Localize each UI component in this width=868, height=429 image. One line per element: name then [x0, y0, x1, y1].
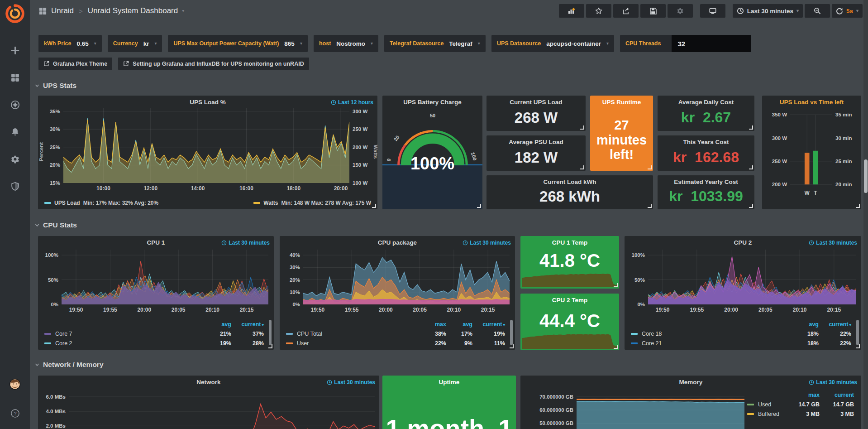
chart-plot-area[interactable] — [522, 271, 618, 287]
share-button[interactable] — [613, 4, 639, 18]
explore-compass-icon[interactable] — [5, 95, 25, 114]
refresh-picker[interactable]: 5s ▾ — [832, 4, 863, 18]
ups-bars-chart[interactable]: 350 W300 W250 W200 W35 min30 min25 min20… — [768, 110, 856, 198]
panel-time-override[interactable]: Last 30 minutes — [221, 240, 270, 246]
panel-title[interactable]: CPU 2 Temp — [534, 297, 606, 304]
grafana-logo-icon[interactable] — [5, 4, 25, 24]
star-button[interactable] — [586, 4, 611, 18]
legend-series[interactable]: Core 18 — [631, 331, 792, 337]
chevron-down-icon[interactable]: ▾ — [182, 9, 184, 13]
legend-item[interactable]: Watts Min: 148 W Max: 278 W Avg: 175 W — [253, 200, 371, 206]
breadcrumb-current[interactable]: Unraid System Dashboard — [88, 6, 178, 15]
panel-time-override[interactable]: Last 30 minutes — [327, 379, 375, 386]
variable-ups-datasource[interactable]: UPS Datasource apcupsd-container ▾ — [491, 35, 614, 52]
server-admin-shield-icon[interactable] — [5, 177, 25, 196]
legend-col-header[interactable]: current▾ — [472, 321, 505, 328]
ups-load-chart[interactable]: 35%30%25%20%15%300 W250 W200 W150 W100 W… — [43, 108, 372, 192]
chart-plot-area[interactable]: 70.000000 GB60.000000 GB50.000000 GB — [577, 389, 744, 429]
panel-uptime: Uptime 1 month, 1 — [382, 376, 516, 429]
variable-kwh-price[interactable]: kWh Price 0.65 ▾ — [38, 35, 102, 52]
panel-title[interactable]: UPS Runtime — [593, 99, 650, 106]
help-icon[interactable]: ? — [5, 404, 25, 423]
legend-col-header[interactable]: current — [820, 392, 854, 398]
row-header-network-memory[interactable]: Network / Memory — [34, 359, 104, 371]
breadcrumb-root[interactable]: Unraid — [51, 6, 74, 15]
panel-title[interactable]: UPS Load vs Time left — [766, 99, 858, 106]
row-header-ups-stats[interactable]: UPS Stats — [34, 80, 76, 92]
panel-time-override[interactable]: Last 30 minutes — [809, 240, 857, 246]
legend-series[interactable]: Core 21 — [631, 340, 792, 347]
network-chart[interactable]: 6.0 MBs4.0 MBs2.0 MBs — [43, 389, 375, 429]
legend-item[interactable]: UPS Load Min: 17% Max: 32% Avg: 20% — [44, 200, 158, 206]
user-avatar[interactable] — [5, 375, 25, 394]
panel-title[interactable]: Estimated Yearly Cost — [661, 178, 751, 185]
panel-title[interactable]: UPS Load % — [52, 99, 364, 106]
chart-plot-area[interactable]: 350 W300 W250 W200 W35 min30 min25 min20… — [790, 110, 832, 188]
chart-plot-area[interactable]: 35%30%25%20%15%300 W250 W200 W150 W100 W… — [63, 108, 349, 183]
legend-series[interactable]: User — [286, 340, 420, 347]
page-scrollbar-thumb[interactable] — [864, 159, 868, 193]
variable-telegraf-datasource[interactable]: Telegraf Datasource Telegraf ▾ — [384, 35, 486, 52]
dashboards-icon[interactable] — [5, 68, 25, 87]
create-plus-icon[interactable] — [5, 41, 25, 60]
legend-scrollbar[interactable] — [856, 320, 859, 345]
cpu2-chart[interactable]: 100%50%0%19:5019:5520:0020:0520:1020:15 — [630, 250, 856, 314]
panel-title[interactable]: Average Daily Cost — [661, 99, 751, 106]
panel-title[interactable]: Memory — [534, 379, 848, 386]
legend-scrollbar[interactable] — [510, 320, 513, 345]
link-grafana-plex-theme[interactable]: Grafana Plex Theme — [38, 58, 112, 70]
cpu-threads-input[interactable] — [672, 35, 751, 52]
cpu-package-chart[interactable]: 40%30%20%10%0%19:5019:5520:0020:0520:102… — [285, 250, 510, 314]
chart-plot-area[interactable] — [522, 332, 618, 349]
axis-tick-label: 100% — [45, 252, 58, 258]
svg-text:?: ? — [14, 410, 16, 416]
panel-title[interactable]: Uptime — [396, 379, 502, 386]
legend-scrollbar[interactable] — [269, 320, 272, 345]
save-button[interactable] — [640, 4, 666, 18]
row-header-cpu-stats[interactable]: CPU Stats — [34, 219, 77, 231]
panel-title[interactable]: UPS Battery Charge — [396, 99, 469, 106]
panel-title[interactable]: Current UPS Load — [490, 99, 582, 106]
legend-series[interactable]: CPU Total — [286, 331, 420, 337]
variable-value: apcupsd-container — [546, 40, 601, 47]
alerting-bell-icon[interactable] — [5, 122, 25, 141]
legend-series[interactable]: Buffered — [747, 411, 785, 417]
legend-col-header[interactable]: max — [420, 321, 446, 328]
panel-time-override[interactable]: Last 30 minutes — [809, 379, 857, 386]
axis-tick-label: 20:10 — [793, 307, 807, 313]
chart-plot-area[interactable]: 100%50%0%19:5019:5520:0020:0520:1020:15 — [648, 250, 856, 304]
legend-col-header[interactable]: avg — [792, 321, 819, 328]
legend-col-header[interactable]: current▾ — [231, 321, 264, 328]
panel-time-override[interactable]: Last 12 hours — [331, 99, 373, 106]
memory-chart[interactable]: 70.000000 GB60.000000 GB50.000000 GB — [526, 389, 744, 429]
chevron-down-icon: ▾ — [478, 41, 480, 46]
chart-plot-area[interactable]: 40%30%20%10%0%19:5019:5520:0020:0520:102… — [303, 250, 510, 304]
panel-title[interactable]: CPU 1 Temp — [534, 239, 606, 246]
legend-series[interactable]: Core 7 — [44, 331, 205, 337]
zoom-out-button[interactable] — [805, 4, 830, 18]
variable-currency[interactable]: Currency kr ▾ — [108, 35, 162, 52]
legend-col-header[interactable]: avg — [446, 321, 472, 328]
cpu1-chart[interactable]: 100%50%0%19:5019:5520:0020:0520:1020:15 — [43, 250, 268, 314]
time-range-picker[interactable]: Last 30 minutes ▾ — [733, 4, 803, 18]
tv-cycle-button[interactable] — [700, 4, 725, 18]
panel-title[interactable]: Current Load kWh — [500, 178, 639, 185]
legend-col-header[interactable]: current▾ — [819, 321, 851, 328]
panel-title[interactable]: This Years Cost — [661, 139, 751, 145]
legend-series[interactable]: Core 2 — [44, 340, 205, 347]
panel-title[interactable]: Average PSU Load — [490, 139, 582, 145]
chart-plot-area[interactable]: 6.0 MBs4.0 MBs2.0 MBs — [69, 389, 375, 429]
legend-col-header[interactable]: max — [785, 392, 820, 398]
variable-host[interactable]: host Nostromo ▾ — [314, 35, 378, 52]
panel-estimated-yearly-cost: Estimated Yearly Cost kr 1033.99 — [658, 175, 754, 209]
panel-title[interactable]: Network — [52, 379, 366, 386]
legend-series[interactable]: Used — [747, 401, 785, 408]
legend-col-header[interactable]: avg — [205, 321, 231, 328]
panel-time-override[interactable]: Last 30 minutes — [463, 240, 511, 246]
link-ups-monitoring-guide[interactable]: Setting up Grafana and InfluxDB for UPS … — [118, 58, 309, 70]
configuration-gear-icon[interactable] — [5, 149, 25, 169]
variable-ups-max-output[interactable]: UPS Max Output Power Capacity (Watt) 865… — [168, 35, 307, 52]
add-panel-button[interactable] — [559, 4, 584, 18]
dashboard-settings-button[interactable] — [668, 4, 693, 18]
chart-plot-area[interactable]: 100%50%0%19:5019:5520:0020:0520:1020:15 — [62, 250, 268, 304]
